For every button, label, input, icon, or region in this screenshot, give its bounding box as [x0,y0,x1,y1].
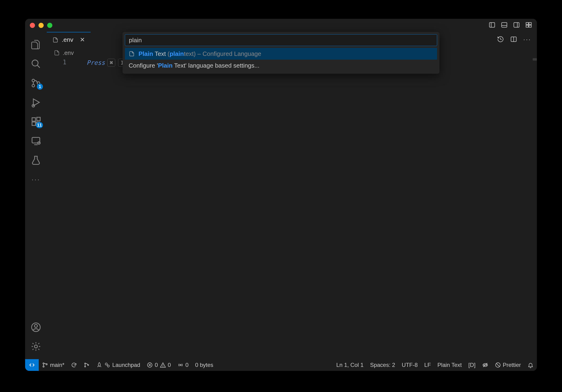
encoding-label: UTF-8 [402,362,418,368]
svg-line-11 [37,65,40,68]
svg-point-36 [105,363,107,365]
toggle-primary-sidebar-icon[interactable] [489,21,496,29]
mode-indicator[interactable]: [D] [465,359,479,371]
palette-input[interactable] [125,34,437,46]
svg-rect-20 [37,117,40,121]
timeline-icon[interactable] [497,36,504,44]
svg-rect-8 [526,25,528,27]
remote-indicator[interactable] [25,359,39,371]
svg-point-33 [85,363,86,364]
activity-bar: 1 11 ··· [25,32,47,359]
traffic-lights [30,23,52,28]
svg-point-10 [32,60,38,66]
toggle-panel-icon[interactable] [501,21,508,29]
toggle-secondary-sidebar-icon[interactable] [513,21,520,29]
activity-bar-bottom [30,322,42,359]
cursor-position[interactable]: Ln 1, Col 1 [333,359,367,371]
warnings-count: 0 [168,362,171,368]
svg-line-38 [107,365,107,365]
file-size[interactable]: 0 bytes [192,359,216,371]
accounts-icon[interactable] [30,322,42,333]
more-actions-icon[interactable]: ··· [523,36,531,43]
status-bar: main* Launchpad 0 0 0 0 bytes Ln 1, [25,359,537,371]
palette-item-label: Configure 'Plain Text' language based se… [129,62,259,69]
command-palette: Plain Text (plaintext) – Configured Lang… [123,32,439,74]
encoding[interactable]: UTF-8 [398,359,421,371]
svg-rect-4 [514,23,519,27]
svg-point-31 [43,366,44,367]
remote-explorer-icon[interactable] [30,135,42,147]
svg-rect-6 [526,23,528,25]
ports[interactable]: 0 [174,359,192,371]
titlebar [25,19,537,32]
editor-group: .env ✕ ··· .env 1 [47,32,537,359]
git-sync[interactable] [68,359,80,371]
file-size-label: 0 bytes [195,362,213,368]
language-label: Plain Text [437,362,462,368]
cursor-label: Ln 1, Col 1 [336,362,364,368]
close-window-button[interactable] [30,23,35,28]
svg-rect-21 [32,137,40,143]
svg-point-34 [85,366,86,367]
svg-rect-17 [32,118,36,121]
line-number: 1 [47,59,75,66]
prettier-status[interactable]: Prettier [492,359,524,371]
settings-gear-icon[interactable] [30,341,42,352]
palette-item-configure[interactable]: Configure 'Plain Text' language based se… [125,60,437,71]
kbd-cmd: ⌘ [107,59,115,67]
svg-rect-2 [502,23,507,27]
copilot-status[interactable] [479,359,492,371]
more-icon[interactable]: ··· [30,174,42,185]
spaces-label: Spaces: 2 [370,362,395,368]
tab-env[interactable]: .env ✕ [47,32,91,47]
svg-point-37 [107,365,109,367]
eol-label: LF [424,362,431,368]
testing-icon[interactable] [30,154,42,166]
svg-point-43 [163,366,163,367]
problems[interactable]: 0 0 [143,359,174,371]
maximize-window-button[interactable] [47,23,52,28]
svg-rect-0 [490,23,495,27]
explorer-icon[interactable] [30,39,42,50]
customize-layout-icon[interactable] [525,21,532,29]
tab-close-icon[interactable]: ✕ [80,36,85,43]
window-body: 1 11 ··· [25,32,537,359]
vscode-window: 1 11 ··· [25,19,537,371]
text-editor[interactable]: 1 Press ⌘ I to ask GitHub Copilot to do … [47,58,537,359]
launchpad[interactable]: Launchpad [93,359,143,371]
editor-actions: ··· [497,32,537,47]
branch-name: main* [50,362,64,368]
errors-count: 0 [155,362,158,368]
eol[interactable]: LF [421,359,434,371]
svg-point-27 [35,345,37,348]
git-graph[interactable] [80,359,93,371]
run-debug-icon[interactable] [30,97,42,108]
svg-point-46 [484,365,485,365]
svg-rect-9 [529,25,531,27]
palette-item-plain-text[interactable]: Plain Text (plaintext) – Configured Lang… [125,48,437,60]
split-editor-icon[interactable] [510,36,517,44]
file-icon [52,37,59,43]
source-control-badge: 1 [37,84,43,90]
minimize-window-button[interactable] [38,23,44,28]
status-right: Ln 1, Col 1 Spaces: 2 UTF-8 LF Plain Tex… [333,359,537,371]
palette-item-label: Plain Text (plaintext) – Configured Lang… [139,50,261,58]
hint-press: Press [87,59,105,66]
tab-label: .env [62,36,73,43]
extensions-icon[interactable]: 11 [30,116,42,127]
svg-rect-18 [32,122,36,126]
indentation[interactable]: Spaces: 2 [367,359,398,371]
file-icon [54,50,60,56]
svg-rect-7 [529,23,531,25]
notifications-bell[interactable] [524,359,537,371]
svg-point-12 [32,79,35,82]
search-icon[interactable] [30,58,42,69]
source-control-icon[interactable]: 1 [30,78,42,89]
ports-count: 0 [186,362,188,368]
language-mode[interactable]: Plain Text [434,359,465,371]
minimap[interactable] [533,58,537,60]
git-branch[interactable]: main* [39,359,68,371]
titlebar-layout-controls [489,21,532,29]
extensions-badge: 11 [36,122,43,128]
svg-point-26 [35,324,37,327]
